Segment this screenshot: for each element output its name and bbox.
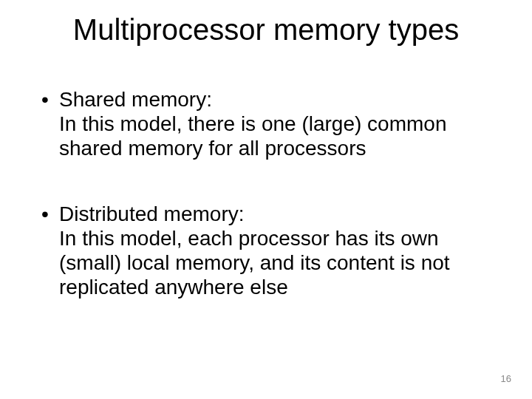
page-number: 16 (501, 373, 511, 384)
colon: : (239, 202, 245, 225)
bullet-list: Shared memory: In this model, there is o… (40, 87, 488, 299)
slide-body: Shared memory: In this model, there is o… (40, 87, 488, 341)
list-item: Distributed memory: In this model, each … (40, 202, 488, 299)
slide: Multiprocessor memory types Shared memor… (0, 0, 532, 399)
bullet-description: In this model, there is one (large) comm… (59, 112, 446, 160)
bullet-term: Shared memory (59, 88, 206, 111)
bullet-description: In this model, each processor has its ow… (59, 227, 450, 299)
colon: : (206, 88, 212, 111)
list-item: Shared memory: In this model, there is o… (40, 87, 488, 160)
bullet-term: Distributed memory (59, 202, 239, 225)
slide-title: Multiprocessor memory types (0, 13, 532, 47)
